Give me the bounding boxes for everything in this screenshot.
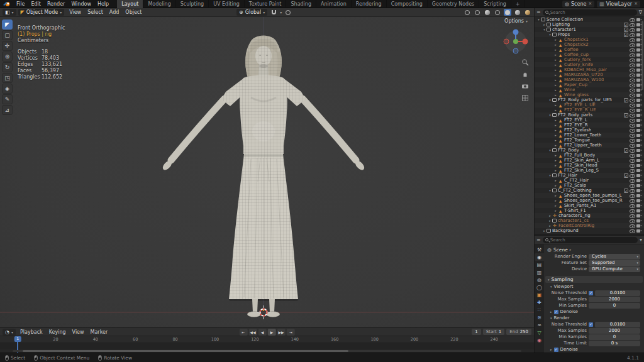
menu-edit[interactable]: Edit [28, 1, 44, 7]
disable-in-render-camera-icon[interactable] [636, 92, 642, 97]
value-field[interactable]: 0.0100 [595, 322, 640, 327]
panel-header-sampling[interactable]: ▾Sampling [545, 276, 643, 283]
timeline-menu-keying[interactable]: Keying [46, 328, 69, 336]
transform-tool-icon[interactable]: ◈ [2, 84, 13, 94]
hide-in-viewport-eye-icon[interactable] [630, 72, 635, 77]
disable-in-render-camera-icon[interactable] [636, 168, 642, 173]
expand-caret-icon[interactable]: ▸ [553, 178, 558, 182]
disable-in-render-camera-icon[interactable] [636, 173, 642, 178]
expand-caret-icon[interactable]: ▸ [553, 128, 558, 132]
disable-in-render-camera-icon[interactable] [636, 107, 642, 112]
expand-caret-icon[interactable]: ▸ [553, 133, 558, 137]
snapping-magnet-icon[interactable] [270, 9, 277, 16]
value-field[interactable]: 2000 [589, 328, 640, 334]
viewport-menu-object[interactable]: Object [122, 8, 145, 17]
outliner-row[interactable]: ▸▲FT2_Upper_Teeth [535, 143, 644, 148]
disable-in-render-camera-icon[interactable] [636, 158, 642, 163]
menu-render[interactable]: Render [44, 1, 68, 7]
gizmo-x-neg[interactable] [504, 39, 509, 44]
timeline-scrollbar[interactable] [13, 350, 521, 352]
panel-caret-icon[interactable]: ▸ [550, 348, 552, 351]
outliner-row[interactable]: ▸▲Skirt_Pants_A1 [535, 203, 644, 208]
expand-caret-icon[interactable]: ▸ [542, 23, 547, 26]
workspace-tab-layout[interactable]: Layout [117, 0, 143, 8]
properties-tab-tool[interactable]: ⚒ [535, 246, 544, 253]
collection-checkbox[interactable]: ✓ [624, 33, 628, 37]
expand-caret-icon[interactable]: ▾ [548, 173, 552, 177]
measure-tool-icon[interactable]: ⊿ [2, 105, 13, 115]
hide-in-viewport-eye-icon[interactable] [630, 57, 635, 62]
hide-in-viewport-eye-icon[interactable] [630, 213, 635, 218]
outliner-row[interactable]: ▸▲FT2_Full_Body [535, 153, 644, 158]
outliner-scrollbar[interactable] [641, 21, 643, 90]
navigation-gizmo[interactable] [501, 27, 530, 57]
subpanel-header-render[interactable]: ▾Render [544, 315, 644, 321]
checkbox[interactable]: ✓ [554, 348, 558, 352]
shading-material-icon[interactable] [514, 9, 521, 16]
expand-caret-icon[interactable]: ▸ [553, 118, 558, 122]
expand-caret-icon[interactable]: ▸ [553, 108, 558, 112]
timeline-menu-marker[interactable]: Marker [87, 328, 111, 336]
hide-in-viewport-eye-icon[interactable] [630, 193, 635, 198]
expand-caret-icon[interactable]: ▸ [553, 88, 558, 92]
subpanel-header-viewport[interactable]: ▾Viewport [544, 283, 644, 290]
expand-caret-icon[interactable]: ▸ [553, 78, 558, 82]
outliner-row[interactable]: ▾FT2_Body✓ [535, 148, 644, 153]
expand-caret-icon[interactable]: ▸ [553, 63, 558, 67]
properties-tab-render[interactable]: ◉ [535, 253, 544, 261]
outliner-row[interactable]: ▾Scene Collection [535, 17, 644, 22]
disable-in-render-camera-icon[interactable] [636, 148, 642, 153]
outliner-row[interactable]: ▾C_FT2_Clothing✓ [535, 188, 644, 193]
disable-in-render-camera-icon[interactable] [636, 203, 642, 208]
snapping-dropdown-icon[interactable]: ▾ [280, 10, 282, 14]
hide-in-viewport-eye-icon[interactable] [630, 158, 635, 163]
value-field[interactable]: 2000 [589, 297, 640, 302]
disable-in-render-camera-icon[interactable] [636, 128, 642, 133]
outliner-row[interactable]: ▸character1_cs [535, 218, 644, 223]
viewport-menu-select[interactable]: Select [84, 8, 106, 17]
menu-help[interactable]: Help [94, 1, 112, 7]
outliner-row[interactable]: ▸▲FT2_EYE_L [535, 118, 644, 123]
expand-caret-icon[interactable]: ▸ [553, 138, 558, 142]
hide-in-viewport-eye-icon[interactable] [630, 47, 635, 52]
expand-caret-icon[interactable]: ▸ [553, 168, 558, 172]
outliner-search[interactable] [543, 9, 637, 16]
value-field[interactable]: 0 [589, 303, 640, 309]
show-gizmo-icon[interactable] [464, 9, 471, 16]
subpanel-header-denoise[interactable]: ▸✓Denoise [544, 346, 644, 353]
hide-in-viewport-eye-icon[interactable] [630, 118, 635, 123]
gizmo-z-neg[interactable] [513, 48, 518, 53]
value-field[interactable]: 0 [589, 334, 640, 340]
disable-in-render-camera-icon[interactable] [636, 138, 642, 143]
expand-caret-icon[interactable]: ▸ [553, 103, 558, 107]
outliner-row[interactable]: ▸▲FT2_Eyelash [535, 128, 644, 133]
hide-in-viewport-eye-icon[interactable] [630, 218, 635, 223]
outliner-row[interactable]: ▸▲FT2_Skin_Head [535, 163, 644, 168]
hide-in-viewport-eye-icon[interactable] [630, 27, 635, 32]
properties-tab-material[interactable]: ◉ [535, 336, 544, 344]
hide-in-viewport-eye-icon[interactable] [630, 77, 635, 82]
rotate-tool-icon[interactable]: ↻ [2, 62, 13, 72]
workspace-tab-shading[interactable]: Shading [286, 0, 316, 8]
expand-caret-icon[interactable]: ▸ [553, 209, 558, 212]
disable-in-render-camera-icon[interactable] [636, 213, 642, 218]
hide-in-viewport-eye-icon[interactable] [630, 102, 635, 107]
expand-caret-icon[interactable]: ▾ [548, 113, 552, 117]
gizmo-z-axis[interactable] [513, 30, 519, 35]
timeline-editor-selector[interactable]: ◔▾ [3, 329, 16, 336]
expand-caret-icon[interactable]: ▸ [553, 143, 558, 147]
workspace-tab-geometry-nodes[interactable]: Geometry Nodes [428, 0, 479, 8]
expand-caret-icon[interactable]: ▸ [553, 83, 558, 87]
properties-tab-scene[interactable]: ◍ [535, 276, 544, 283]
expand-caret-icon[interactable]: ▾ [536, 18, 541, 21]
expand-caret-icon[interactable]: ▸ [553, 73, 558, 77]
workspace-tab-texture-paint[interactable]: Texture Paint [245, 0, 287, 8]
outliner-row[interactable]: ▸▲FT2_Tongue [535, 138, 644, 143]
next-keyframe-button[interactable]: ▶▶ [277, 329, 286, 336]
outliner-row[interactable]: ▸▲C_FT2_Hair [535, 178, 644, 183]
disable-in-render-camera-icon[interactable] [636, 153, 642, 158]
workspace-tab-rendering[interactable]: Rendering [352, 0, 387, 8]
value-field[interactable]: 0.0100 [595, 290, 640, 296]
viewlayer-unlink-icon[interactable]: ✕ [634, 1, 638, 6]
properties-editor-icon[interactable]: ≡ [536, 237, 541, 243]
